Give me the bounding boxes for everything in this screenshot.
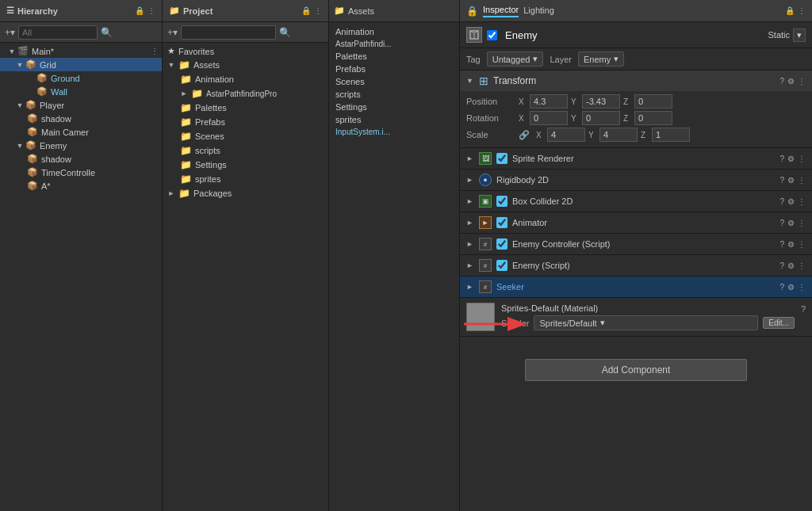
comp-enemycontroller[interactable]: ► # Enemy Controller (Script) ? ⚙ ⋮ bbox=[460, 234, 812, 255]
tree-item-maincamera[interactable]: 📦 Main Camer bbox=[0, 125, 162, 139]
add-component-button[interactable]: Add Component bbox=[525, 359, 747, 381]
shader-dropdown[interactable]: Sprites/Default ▾ bbox=[534, 315, 758, 330]
more-icon-enemycontroller[interactable]: ⋮ bbox=[798, 240, 806, 249]
lock-icon2[interactable]: 🔒 bbox=[785, 6, 795, 15]
scale-y-input[interactable] bbox=[599, 128, 638, 142]
help-icon-enemyscript[interactable]: ? bbox=[779, 261, 784, 270]
asset-settings[interactable]: Settings bbox=[329, 101, 459, 113]
help-icon-rigidbody[interactable]: ? bbox=[779, 176, 784, 185]
help-icon-transform[interactable]: ? bbox=[779, 77, 784, 86]
more-icon-seeker[interactable]: ⋮ bbox=[798, 283, 806, 292]
comp-checkbox-boxcollider[interactable] bbox=[496, 196, 508, 207]
comp-checkbox-enemycontroller[interactable] bbox=[496, 238, 508, 250]
tree-item-timecontroller[interactable]: 📦 TimeControlle bbox=[0, 166, 162, 179]
settings-icon-sprite[interactable]: ⚙ bbox=[787, 154, 795, 163]
packages-item[interactable]: ► 📁 Packages bbox=[163, 186, 328, 200]
comp-rigidbody[interactable]: ► ● Rigidbody 2D ? ⚙ ⋮ bbox=[460, 170, 812, 191]
comp-animator[interactable]: ► ► Animator ? ⚙ ⋮ bbox=[460, 212, 812, 234]
folder-palettes[interactable]: 📁 Palettes bbox=[175, 101, 328, 115]
help-icon-animator[interactable]: ? bbox=[779, 219, 784, 227]
layer-dropdown[interactable]: Enemy ▾ bbox=[578, 51, 624, 67]
position-z-input[interactable] bbox=[634, 94, 672, 109]
asset-astar[interactable]: AstarPathfindi... bbox=[329, 38, 459, 50]
more-icon-sprite[interactable]: ⋮ bbox=[798, 154, 806, 163]
folder-prefabs[interactable]: 📁 Prefabs bbox=[175, 115, 328, 129]
tree-item-ground[interactable]: 📦 Ground bbox=[0, 71, 162, 85]
asset-prefabs[interactable]: Prefabs bbox=[329, 63, 459, 75]
comp-enemyscript[interactable]: ► # Enemy (Script) ? ⚙ ⋮ bbox=[460, 255, 812, 276]
comp-sprite-renderer[interactable]: ► 🖼 Sprite Renderer ? ⚙ ⋮ bbox=[460, 148, 812, 170]
settings-icon-animator[interactable]: ⚙ bbox=[787, 219, 795, 227]
tab-lighting[interactable]: Lighting bbox=[523, 6, 554, 17]
more-options-icon[interactable]: ⋮ bbox=[151, 47, 159, 55]
project-add-button[interactable]: +▾ bbox=[167, 27, 178, 38]
tree-item-player[interactable]: ▼ 📦 Player bbox=[0, 98, 162, 112]
tree-item-enemy[interactable]: ▼ 📦 Enemy bbox=[0, 139, 162, 152]
comp-checkbox-sprite[interactable] bbox=[496, 153, 508, 164]
comp-checkbox-animator[interactable] bbox=[496, 217, 508, 228]
position-y-input[interactable] bbox=[582, 94, 620, 109]
asset-inputsystem[interactable]: InputSystem.i... bbox=[329, 126, 459, 138]
more-icon-enemyscript[interactable]: ⋮ bbox=[798, 261, 806, 270]
edit-material-button[interactable]: Edit... bbox=[763, 317, 795, 329]
scale-z-input[interactable] bbox=[652, 128, 690, 142]
more-icon3[interactable]: ⋮ bbox=[798, 6, 806, 15]
favorites-item[interactable]: ★ Favorites bbox=[163, 44, 328, 58]
gameobject-active-checkbox[interactable] bbox=[487, 30, 497, 40]
help-icon-enemycontroller[interactable]: ? bbox=[779, 240, 784, 249]
more-icon-boxcollider[interactable]: ⋮ bbox=[798, 197, 806, 206]
folder-scenes[interactable]: 📁 Scenes bbox=[175, 129, 328, 143]
settings-icon-boxcollider[interactable]: ⚙ bbox=[787, 197, 795, 206]
more-icon-rigidbody[interactable]: ⋮ bbox=[798, 176, 806, 185]
help-icon-boxcollider[interactable]: ? bbox=[779, 197, 784, 206]
folder-settings[interactable]: 📁 Settings bbox=[175, 158, 328, 172]
project-search-icon[interactable]: 🔍 bbox=[279, 27, 291, 38]
add-button[interactable]: +▾ bbox=[5, 27, 15, 38]
tree-item-main[interactable]: ▼ 🎬 Main* ⋮ bbox=[0, 44, 162, 58]
rotation-z-input[interactable] bbox=[634, 111, 672, 125]
material-help-icon[interactable]: ? bbox=[801, 304, 806, 314]
tree-item-shadow-enemy[interactable]: 📦 shadow bbox=[0, 152, 162, 166]
comp-seeker[interactable]: ► # Seeker ? ⚙ ⋮ bbox=[460, 276, 812, 298]
help-icon-sprite[interactable]: ? bbox=[779, 154, 784, 163]
tree-item-astar[interactable]: 📦 A* bbox=[0, 179, 162, 193]
tag-dropdown[interactable]: Untagged ▾ bbox=[487, 51, 544, 67]
lock-icon[interactable]: 🔒 bbox=[135, 6, 144, 15]
search-icon[interactable]: 🔍 bbox=[101, 27, 113, 38]
asset-animation[interactable]: Animation bbox=[329, 25, 459, 38]
static-dropdown[interactable]: ▾ bbox=[793, 29, 806, 42]
hierarchy-search[interactable] bbox=[18, 25, 98, 40]
more-icon-transform[interactable]: ⋮ bbox=[798, 77, 806, 86]
settings-icon-enemyscript[interactable]: ⚙ bbox=[787, 261, 795, 270]
gameobject-name-input[interactable] bbox=[505, 29, 763, 41]
asset-scenes[interactable]: Scenes bbox=[329, 75, 459, 88]
settings-icon-enemycontroller[interactable]: ⚙ bbox=[787, 240, 795, 249]
scale-x-input[interactable] bbox=[547, 128, 585, 142]
transform-header[interactable]: ▼ ⊞ Transform ? ⚙ ⋮ bbox=[460, 71, 812, 91]
comp-boxcollider[interactable]: ► ▣ Box Collider 2D ? ⚙ ⋮ bbox=[460, 191, 812, 212]
lock-icon-project[interactable]: 🔒 bbox=[301, 6, 311, 15]
comp-checkbox-enemyscript[interactable] bbox=[496, 260, 508, 271]
project-search[interactable] bbox=[181, 25, 276, 40]
folder-astar[interactable]: ► 📁 AstarPathfindingPro bbox=[175, 86, 328, 101]
tab-inspector[interactable]: Inspector bbox=[483, 5, 519, 17]
more-icon-project[interactable]: ⋮ bbox=[314, 6, 322, 15]
help-icon-seeker[interactable]: ? bbox=[779, 283, 784, 292]
more-icon[interactable]: ⋮ bbox=[147, 6, 155, 15]
settings-icon-seeker[interactable]: ⚙ bbox=[787, 283, 795, 292]
assets-root-item[interactable]: ▼ 📁 Assets bbox=[163, 58, 328, 72]
folder-scripts[interactable]: 📁 scripts bbox=[175, 143, 328, 158]
asset-palettes[interactable]: Palettes bbox=[329, 50, 459, 63]
folder-animation[interactable]: 📁 Animation bbox=[175, 72, 328, 86]
more-icon-animator[interactable]: ⋮ bbox=[798, 219, 806, 227]
position-x-input[interactable] bbox=[530, 94, 568, 109]
settings-icon-transform[interactable]: ⚙ bbox=[787, 77, 795, 86]
asset-scripts[interactable]: scripts bbox=[329, 88, 459, 101]
rotation-x-input[interactable] bbox=[530, 111, 568, 125]
rotation-y-input[interactable] bbox=[582, 111, 620, 125]
folder-sprites[interactable]: 📁 sprites bbox=[175, 172, 328, 186]
tree-item-grid[interactable]: ▼ 📦 Grid bbox=[0, 58, 162, 71]
tree-item-wall[interactable]: 📦 Wall bbox=[0, 85, 162, 98]
scale-link-icon[interactable]: 🔗 bbox=[519, 130, 530, 140]
settings-icon-rigidbody[interactable]: ⚙ bbox=[787, 176, 795, 185]
